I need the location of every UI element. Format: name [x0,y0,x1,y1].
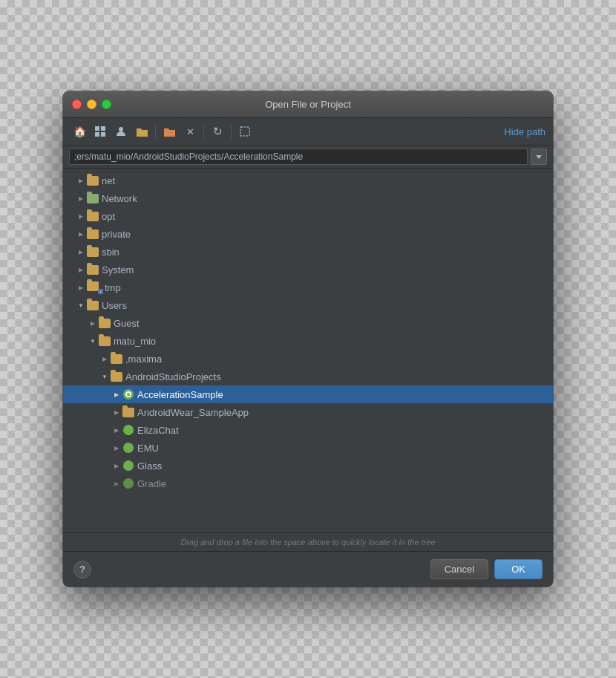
arrow-sbin: ▶ [75,246,87,258]
label-system: System [102,264,134,276]
folder-opt [87,212,99,221]
tree-item-users[interactable]: ▼ Users [63,296,553,314]
tree-item-tmp[interactable]: ▶ ↑ tmp [63,278,553,296]
folder-net [87,176,99,186]
android-icon-gradle [122,477,134,489]
title-bar: Open File or Project [63,91,553,118]
folder-users [87,301,99,310]
svg-rect-0 [95,126,99,131]
grid-icon[interactable] [91,123,109,140]
cancel-button[interactable]: Cancel [430,559,488,579]
arrow-system: ▶ [75,264,87,276]
folder-guest [99,319,111,328]
arrow-gradle: ▶ [111,477,122,489]
path-input[interactable] [69,149,528,165]
label-sbin: sbin [102,247,119,258]
folder-system [87,265,99,275]
separator-2 [203,125,204,138]
arrow-glass: ▶ [111,460,122,472]
tree-item-guest[interactable]: ▶ Guest [63,314,553,332]
folder-matu-mio [99,336,111,346]
tree-item-acceleration-sample[interactable]: ▶ AccelerationSample [63,385,553,403]
tree-item-network[interactable]: ▶ Network [63,189,553,207]
svg-point-8 [127,393,128,394]
label-maxima: ,maxima [125,353,162,365]
android-icon-acceleration [122,388,134,400]
tree-item-maxima[interactable]: ▶ ,maxima [63,350,553,368]
tree-item-android-wear[interactable]: ▶ AndroidWear_SampleApp [63,403,553,421]
arrow-private: ▶ [75,228,87,240]
svg-point-9 [129,393,131,394]
footer-buttons: Cancel OK [430,559,543,579]
folder-icon[interactable] [133,123,151,140]
arrow-maxima: ▶ [99,353,111,365]
minimize-button[interactable] [87,100,96,109]
tree-item-eliza-chat[interactable]: ▶ ElizaChat [63,421,553,439]
folder-maxima [111,354,122,364]
refresh-icon[interactable]: ↻ [209,123,226,140]
tree-item-glass[interactable]: ▶ Glass [63,457,553,475]
close-button[interactable] [72,100,82,109]
tree-item-sbin[interactable]: ▶ sbin [63,243,553,261]
tree-item-matu-mio[interactable]: ▼ matu_mio [63,332,553,350]
android-icon-emu [122,442,134,454]
arrow-tmp: ▶ [75,281,87,293]
tree-item-system[interactable]: ▶ System [63,261,553,278]
label-net: net [102,175,115,186]
person-icon[interactable] [112,123,130,140]
label-guest: Guest [114,318,140,329]
home-icon[interactable]: 🏠 [71,123,88,140]
svg-point-4 [119,127,123,131]
toolbar: 🏠 ✕ ↻ [63,118,553,146]
label-matu-mio: matu_mio [114,336,156,347]
drag-drop-hint: Drag and drop a file into the space abov… [63,532,553,551]
maximize-button[interactable] [102,100,111,109]
path-bar [63,146,553,169]
label-tmp: tmp [105,282,121,293]
delete-icon[interactable]: ✕ [181,123,199,140]
android-icon-glass [122,460,134,472]
tree-item-gradle[interactable]: ▶ Gradle [63,475,553,492]
tree-item-emu[interactable]: ▶ EMU [63,439,553,457]
label-opt: opt [102,211,115,222]
label-eliza-chat: ElizaChat [137,425,179,436]
svg-rect-1 [101,126,105,131]
footer: ? Cancel OK [63,551,553,587]
hide-path-button[interactable]: Hide path [504,126,545,137]
label-android-studio-projects: AndroidStudioProjects [125,371,221,382]
svg-rect-5 [240,127,249,136]
separator-3 [231,125,232,138]
tree-item-opt[interactable]: ▶ opt [63,207,553,225]
label-acceleration-sample: AccelerationSample [137,389,223,400]
help-button[interactable]: ? [73,561,91,578]
label-emu: EMU [137,443,159,454]
label-private: private [102,229,131,240]
label-network: Network [102,193,137,204]
label-gradle: Gradle [137,478,166,489]
arrow-network: ▶ [75,192,87,204]
arrow-matu-mio: ▼ [87,335,99,347]
folder-new-icon[interactable] [160,123,178,140]
tree-view: ▶ net ▶ Network ▶ opt ▶ private [63,169,553,532]
select-all-icon[interactable] [236,123,254,140]
folder-network [87,194,99,203]
arrow-users: ▼ [75,299,87,311]
dialog-title: Open File or Project [265,99,351,110]
tree-item-private[interactable]: ▶ private [63,225,553,243]
arrow-eliza-chat: ▶ [111,424,122,436]
label-android-wear: AndroidWear_SampleApp [137,407,249,418]
arrow-acceleration-sample: ▶ [111,388,122,400]
tree-item-net[interactable]: ▶ net [63,172,553,189]
folder-android-wear [122,408,134,417]
arrow-net: ▶ [75,175,87,186]
drag-hint-text: Drag and drop a file into the space abov… [180,538,435,547]
folder-private [87,229,99,239]
arrow-android-studio-projects: ▼ [99,371,111,382]
label-glass: Glass [137,460,162,472]
ok-button[interactable]: OK [494,559,543,579]
open-file-dialog: Open File or Project 🏠 ✕ ↻ [63,91,553,587]
path-browse-button[interactable] [531,149,547,165]
arrow-emu: ▶ [111,442,122,454]
tree-item-android-studio-projects[interactable]: ▼ AndroidStudioProjects [63,368,553,385]
arrow-opt: ▶ [75,210,87,222]
